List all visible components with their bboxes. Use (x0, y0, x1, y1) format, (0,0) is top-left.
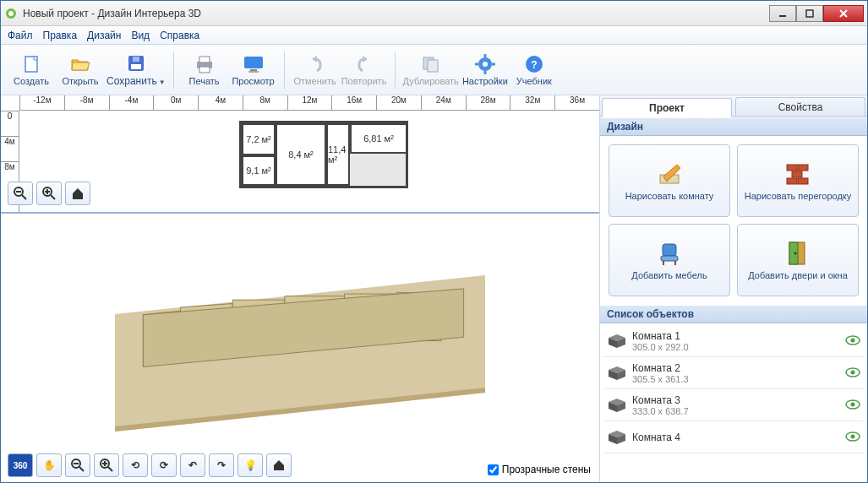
room[interactable]: 11,4 м² (326, 123, 350, 186)
toolbar-label: Сохранить▼ (106, 75, 166, 87)
render-view-3d[interactable]: 360 ✋ ⟲ ⟳ ↶ ↷ 💡 Прозрачные стены (1, 214, 599, 483)
svg-rect-8 (131, 64, 141, 69)
plan-view-2d[interactable]: -12м -8м -4м 0м 4м 8м 12м 16м 20м 24м 28… (1, 95, 599, 214)
button-label: Нарисовать перегородку (745, 191, 852, 202)
gear-icon (473, 54, 497, 74)
help-icon: ? (522, 54, 546, 74)
visibility-toggle[interactable] (845, 399, 860, 411)
minimize-button[interactable] (769, 5, 796, 22)
svg-line-46 (108, 467, 112, 471)
object-dims: 305.5 x 361.3 (632, 374, 840, 384)
button-label: Добавить мебель (631, 270, 707, 281)
printer-icon (193, 54, 216, 74)
object-list[interactable]: Комната 1305.0 x 292.0 Комната 2305.5 x … (600, 323, 867, 483)
svg-line-32 (51, 195, 55, 199)
duplicate-button[interactable]: Дублировать (402, 48, 460, 92)
svg-point-71 (851, 370, 855, 374)
tutorial-button[interactable]: ? Учебник (510, 48, 558, 92)
draw-room-button[interactable]: Нарисовать комнату (609, 144, 730, 217)
section-objects-header: Список объектов (600, 305, 867, 323)
print-button[interactable]: Печать (181, 48, 228, 92)
svg-point-76 (851, 402, 855, 406)
tab-project[interactable]: Проект (602, 98, 732, 117)
orbit-360-button[interactable]: 360 (8, 453, 33, 477)
settings-button[interactable]: Настройки (461, 48, 509, 92)
home-view-button[interactable] (65, 182, 90, 205)
menu-file[interactable]: Файл (8, 30, 33, 41)
zoom-in-3d-button[interactable] (94, 453, 119, 477)
chair-icon (656, 240, 683, 267)
save-button[interactable]: Сохранить▼ (106, 48, 167, 92)
home-icon (70, 186, 85, 201)
svg-rect-56 (661, 256, 678, 261)
rotate-left-button[interactable]: ⟲ (123, 453, 148, 477)
preview-button[interactable]: Просмотр (230, 48, 277, 92)
visibility-toggle[interactable] (845, 431, 860, 443)
window-title: Новый проект - Дизайн Интерьера 3D (23, 8, 769, 19)
svg-rect-54 (798, 178, 808, 184)
section-design-header: Дизайн (600, 117, 867, 136)
rotate-360-icon: 360 (14, 461, 28, 470)
duplicate-icon (419, 54, 443, 74)
add-furniture-button[interactable]: Добавить мебель (609, 224, 730, 296)
tilt-up-button[interactable]: ↶ (180, 453, 205, 477)
object-row[interactable]: Комната 1305.0 x 292.0 (603, 325, 864, 357)
menu-help[interactable]: Справка (160, 30, 199, 41)
object-dims: 305.0 x 292.0 (632, 342, 840, 352)
floorplan[interactable]: 7,2 м² 8,4 м² 11,4 м² 6,81 м² 9,1 м² (239, 121, 408, 188)
create-button[interactable]: Создать (8, 48, 55, 92)
zoom-in-icon (100, 459, 113, 472)
maximize-button[interactable] (796, 5, 823, 22)
pan-button[interactable]: ✋ (36, 453, 62, 477)
tilt-down-button[interactable]: ↷ (209, 453, 234, 477)
draw-partition-button[interactable]: Нарисовать перегородку (737, 144, 859, 217)
plan-canvas[interactable]: 7,2 м² 8,4 м² 11,4 м² 6,81 м² 9,1 м² (19, 111, 599, 212)
object-name: Комната 1 (632, 330, 840, 342)
object-row[interactable]: Комната 2305.5 x 361.3 (603, 357, 864, 389)
tab-properties[interactable]: Свойства (735, 97, 865, 117)
room[interactable]: 8,4 м² (276, 123, 326, 186)
object-dims: 333.0 x 638.7 (632, 406, 840, 416)
zoom-in-icon (41, 186, 57, 201)
menubar: Файл Правка Дизайн Вид Справка (1, 26, 867, 45)
rotate-right-button[interactable]: ⟳ (151, 453, 177, 477)
close-button[interactable] (823, 5, 864, 22)
add-doors-windows-button[interactable]: Добавить двери и окна (737, 224, 859, 296)
svg-rect-52 (792, 171, 802, 177)
checkbox-input[interactable] (488, 464, 499, 475)
room[interactable]: 9,1 м² (242, 155, 276, 186)
svg-point-21 (483, 62, 488, 67)
object-row[interactable]: Комната 3333.0 x 638.7 (603, 389, 864, 421)
toolbar-label: Печать (189, 76, 220, 86)
save-icon (124, 53, 148, 73)
zoom-out-3d-button[interactable] (65, 453, 90, 477)
open-button[interactable]: Открыть (57, 48, 104, 92)
menu-view[interactable]: Вид (131, 30, 150, 41)
undo-button[interactable]: Отменить (292, 48, 339, 92)
visibility-toggle[interactable] (845, 367, 860, 379)
menu-design[interactable]: Дизайн (87, 30, 121, 41)
svg-rect-50 (787, 165, 797, 171)
button-label: Нарисовать комнату (625, 191, 714, 202)
visibility-toggle[interactable] (845, 335, 860, 347)
cube-icon (607, 397, 627, 414)
room[interactable]: 6,81 м² (350, 123, 407, 154)
toolbar-separator (284, 52, 285, 89)
svg-rect-6 (25, 57, 37, 72)
monitor-icon (242, 54, 265, 74)
lighting-button[interactable]: 💡 (237, 453, 263, 477)
render-canvas[interactable] (68, 231, 532, 443)
undo-icon (303, 54, 327, 74)
svg-rect-3 (806, 10, 813, 17)
object-row[interactable]: Комната 4 (603, 421, 864, 453)
svg-rect-13 (244, 57, 263, 68)
svg-point-81 (851, 434, 855, 438)
redo-button[interactable]: Повторить (341, 48, 388, 92)
toolbar-label: Просмотр (232, 76, 274, 86)
menu-edit[interactable]: Правка (43, 30, 78, 41)
transparent-walls-checkbox[interactable]: Прозрачные стены (488, 464, 591, 475)
home-3d-button[interactable] (266, 453, 292, 477)
room[interactable]: 7,2 м² (242, 123, 276, 155)
zoom-in-button[interactable] (36, 182, 62, 205)
zoom-out-button[interactable] (8, 182, 33, 205)
